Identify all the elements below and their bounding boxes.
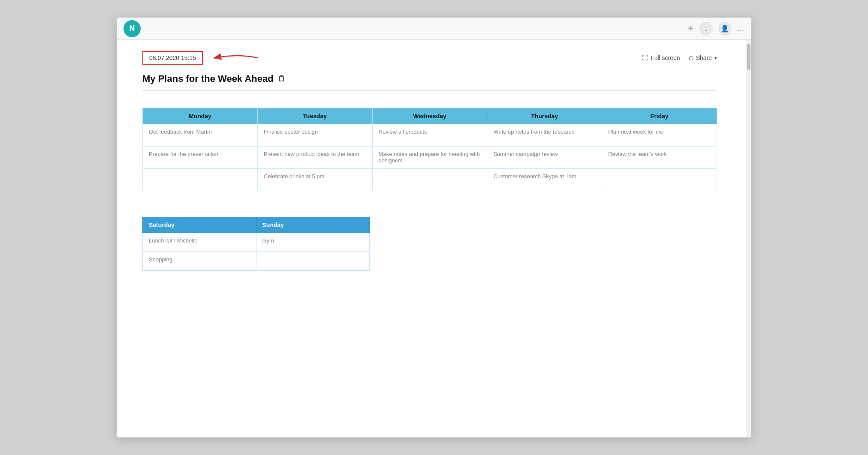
top-bar-left: N (124, 20, 141, 37)
cell-wed-1: Make notes and prepare for meeting with … (372, 147, 487, 169)
cell-thu-1: Summer campaign review (487, 147, 602, 169)
cell-mon-0: Get feedback from Martin (143, 124, 258, 147)
date-badge: 08.07.2020 15:15 (142, 51, 203, 65)
cell-mon-1: Prepare for the presentation (143, 147, 258, 169)
cell-sat-1: Shopping (143, 252, 256, 271)
app-logo: N (124, 20, 141, 37)
weekend-table: Saturday Sunday Lunch with Michelle Gym (142, 217, 370, 271)
share-icon: ⬡ (689, 55, 693, 61)
cell-thu-0: Write up notes from the research (487, 124, 602, 147)
weekly-table: Monday Tuesday Wednesday Thursday Friday (142, 108, 717, 191)
cell-wed-2 (372, 169, 487, 191)
table-row: Celebrate drinks at 5 pm Customer resear… (143, 169, 717, 191)
doc-header-actions: ⛶ Full screen ⬡ Share ▾ (642, 54, 717, 61)
cell-sat-0: Lunch with Michelle (143, 233, 256, 252)
header-thursday: Thursday (487, 108, 602, 124)
header-monday: Monday (143, 108, 258, 124)
header-friday: Friday (602, 108, 717, 124)
browser-window: N ☀ ↓ 👤 … 08.07.2020 15:15 (117, 18, 751, 437)
cell-sun-1 (256, 252, 370, 271)
cell-wed-0: Review all products (372, 124, 487, 147)
cell-mon-2 (143, 169, 258, 191)
user-icon: 👤 (720, 24, 729, 33)
cell-thu-2: Customer research Skype at 1am (487, 169, 602, 191)
table-header-row: Monday Tuesday Wednesday Thursday Friday (143, 108, 717, 124)
cell-fri-0: Plan next week for me (602, 124, 717, 147)
notebook-icon: 🗒 (278, 75, 286, 84)
date-text: 08.07.2020 15:15 (149, 54, 196, 61)
header-sunday: Sunday (256, 217, 370, 233)
top-bar: N ☀ ↓ 👤 … (117, 18, 751, 40)
table-row: Prepare for the presentation Present new… (143, 147, 717, 169)
table-row: Lunch with Michelle Gym (143, 233, 370, 252)
menu-dots: … (737, 24, 744, 33)
fullscreen-icon: ⛶ (642, 54, 648, 61)
page-title: My Plans for the Week Ahead 🗒 (142, 73, 717, 84)
arrow-annotation (211, 50, 262, 66)
cell-sun-0: Gym (256, 233, 370, 252)
cell-fri-2 (602, 169, 717, 191)
download-button[interactable]: ↓ (699, 22, 713, 36)
content-area: 08.07.2020 15:15 ⛶ Full screen (117, 40, 751, 437)
scrollbar-thumb (747, 44, 750, 70)
fullscreen-button[interactable]: ⛶ Full screen (642, 54, 680, 61)
cell-fri-1: Review the team's work (602, 147, 717, 169)
header-tuesday: Tuesday (257, 108, 372, 124)
header-wednesday: Wednesday (372, 108, 487, 124)
cell-tue-0: Finalise poster design (257, 124, 372, 147)
table-row: Get feedback from Martin Finalise poster… (143, 124, 717, 147)
cell-tue-2: Celebrate drinks at 5 pm (257, 169, 372, 191)
scrollbar[interactable] (746, 40, 751, 437)
download-icon: ↓ (704, 25, 708, 33)
doc-title-area: My Plans for the Week Ahead 🗒 (117, 66, 743, 84)
header-saturday: Saturday (143, 217, 256, 233)
tables-area: Monday Tuesday Wednesday Thursday Friday (117, 91, 743, 271)
weekend-header-row: Saturday Sunday (143, 217, 370, 233)
user-button[interactable]: 👤 (718, 22, 732, 36)
top-bar-right: ☀ ↓ 👤 … (687, 22, 744, 36)
cell-tue-1: Present new product ideas to the team (257, 147, 372, 169)
table-row: Shopping (143, 252, 370, 271)
share-chevron-icon: ▾ (714, 55, 717, 61)
doc-header: 08.07.2020 15:15 ⛶ Full screen (117, 40, 743, 66)
sun-icon: ☀ (687, 24, 694, 33)
share-button[interactable]: ⬡ Share ▾ (689, 54, 717, 61)
